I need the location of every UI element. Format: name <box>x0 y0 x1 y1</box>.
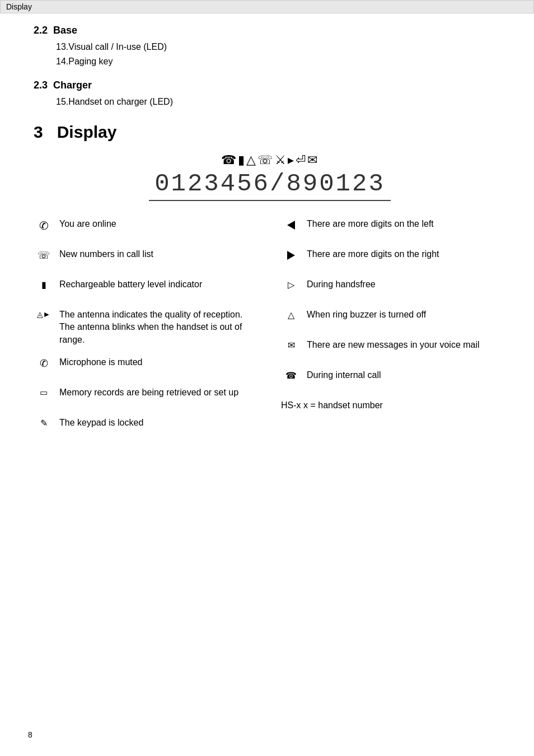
top-bar: Display <box>0 0 534 13</box>
desc-internal-call-text: During internal call <box>307 369 506 381</box>
desc-digits-right: There are more digits on the right <box>281 248 506 268</box>
desc-ring-off-text: When ring buzzer is turned off <box>307 309 506 321</box>
top-bar-label: Display <box>6 2 32 11</box>
desc-digits-left: There are more digits on the left <box>281 218 506 238</box>
section-23-list: 15.Handset on charger (LED) <box>56 95 506 109</box>
list-item: 13.Visual call / In-use (LED) <box>56 40 506 54</box>
left-column: ✆ You are online ☏ New numbers in call l… <box>34 218 270 447</box>
mute-icon: ✆ <box>34 357 54 370</box>
section-3-heading: 3 Display <box>34 123 506 142</box>
section-22-list: 13.Visual call / In-use (LED) 14.Paging … <box>56 40 506 68</box>
desc-handsfree-text: During handsfree <box>307 278 506 291</box>
section-23-heading: 2.3 Charger <box>34 80 506 91</box>
desc-voicemail-text: There are new messages in your voice mai… <box>307 339 506 351</box>
arrow-left-icon <box>281 219 301 231</box>
desc-battery-text: Rechargeable battery level indicator <box>59 278 253 291</box>
desc-internal-call: ☎ During internal call <box>281 369 506 389</box>
arrow-right-icon <box>281 249 301 261</box>
antenna-icon: ◬► <box>34 310 54 319</box>
desc-memory: ▭ Memory records are being retrieved or … <box>34 386 253 407</box>
voicemail-icon: ✉ <box>281 340 301 351</box>
section-23: 2.3 Charger 15.Handset on charger (LED) <box>34 80 506 109</box>
list-item: 15.Handset on charger (LED) <box>56 95 506 109</box>
handsfree-icon: ▷ <box>281 279 301 290</box>
desc-call-list: ☏ New numbers in call list <box>34 248 253 268</box>
desc-digits-left-text: There are more digits on the left <box>307 218 506 230</box>
battery-icon: ▮ <box>34 279 54 290</box>
internal-call-icon: ☎ <box>281 370 301 381</box>
desc-keypad-text: The keypad is locked <box>59 417 253 429</box>
section-22: 2.2 Base 13.Visual call / In-use (LED) 1… <box>34 25 506 68</box>
memory-icon: ▭ <box>34 388 54 398</box>
desc-ring-off: △ When ring buzzer is turned off <box>281 309 506 329</box>
keypad-icon: ✎ <box>34 418 54 428</box>
desc-antenna: ◬► The antenna indicates the quality of … <box>34 309 253 346</box>
page-number: 8 <box>28 730 32 739</box>
desc-handsfree: ▷ During handsfree <box>281 278 506 298</box>
display-illustration: ☎▮△☏⚔▸⏎✉ 0123456/890123 <box>34 153 506 201</box>
hs-note-text: HS-x x = handset number <box>281 399 506 412</box>
desc-digits-right-text: There are more digits on the right <box>307 248 506 260</box>
list-item: 14.Paging key <box>56 54 506 69</box>
ring-off-icon: △ <box>281 310 301 320</box>
desc-online: ✆ You are online <box>34 218 253 238</box>
desc-online-text: You are online <box>59 218 253 230</box>
desc-muted-text: Microphone is muted <box>59 356 253 368</box>
desc-battery: ▮ Rechargeable battery level indicator <box>34 278 253 298</box>
desc-memory-text: Memory records are being retrieved or se… <box>59 386 253 399</box>
display-icon-row: ☎▮△☏⚔▸⏎✉ <box>221 153 319 167</box>
main-content: 2.2 Base 13.Visual call / In-use (LED) 1… <box>0 13 534 458</box>
hs-note-item: HS-x x = handset number <box>281 399 506 419</box>
online-icon: ✆ <box>34 219 54 232</box>
desc-muted: ✆ Microphone is muted <box>34 356 253 376</box>
desc-voicemail: ✉ There are new messages in your voice m… <box>281 339 506 359</box>
right-column: There are more digits on the left There … <box>270 218 506 447</box>
desc-call-list-text: New numbers in call list <box>59 248 253 260</box>
section-22-heading: 2.2 Base <box>34 25 506 36</box>
descriptions-grid: ✆ You are online ☏ New numbers in call l… <box>34 218 506 447</box>
desc-antenna-text: The antenna indicates the quality of rec… <box>59 309 253 346</box>
call-list-icon: ☏ <box>34 249 54 262</box>
desc-keypad: ✎ The keypad is locked <box>34 417 253 437</box>
display-digit-row: 0123456/890123 <box>149 170 391 201</box>
